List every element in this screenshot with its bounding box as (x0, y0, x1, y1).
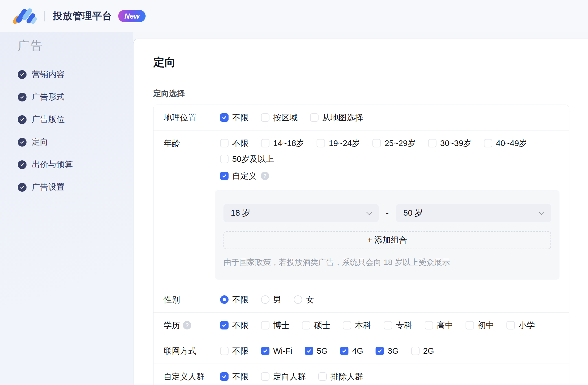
age-from-select[interactable]: 18 岁 (223, 204, 379, 222)
row-label-text: 性别 (164, 294, 180, 305)
checkbox-checked-icon[interactable] (305, 347, 313, 355)
checkbox-option[interactable]: 50岁及以上 (220, 153, 274, 165)
checkbox-option[interactable]: 从地图选择 (310, 112, 363, 123)
radio-option[interactable]: 不限 (220, 294, 249, 305)
option-label: 不限 (232, 112, 249, 123)
checkbox-option[interactable]: 自定义 (220, 170, 257, 182)
age-options: 不限14~18岁19~24岁25~29岁30~39岁40~49岁50岁及以上 (220, 138, 561, 165)
row-label-text: 学历 (164, 320, 180, 331)
checkbox-checked-icon[interactable] (220, 172, 229, 180)
checkbox-option[interactable]: 3G (376, 345, 399, 357)
check-circle-icon (18, 160, 27, 169)
checkbox-checked-icon[interactable] (220, 372, 229, 381)
option-label: 从地图选择 (322, 112, 363, 123)
checkbox-option[interactable]: 排除人群 (318, 371, 363, 382)
help-icon[interactable] (183, 321, 191, 329)
checkbox-unchecked-icon[interactable] (384, 321, 392, 329)
location-options: 不限按区域从地图选择 (220, 112, 363, 123)
checkbox-option[interactable]: 14~18岁 (261, 138, 304, 149)
add-combination-button[interactable]: + 添加组合 (223, 231, 551, 249)
sidebar-item-ad-settings[interactable]: 广告设置 (18, 182, 133, 193)
sidebar-item-label: 定向 (32, 136, 48, 148)
checkbox-option[interactable]: 按区域 (261, 112, 298, 123)
radio-unchecked-icon[interactable] (294, 295, 302, 304)
checkbox-option[interactable]: 初中 (466, 320, 494, 331)
option-label: 本科 (355, 320, 371, 331)
checkbox-option[interactable]: 不限 (220, 112, 249, 123)
checkbox-option[interactable]: 5G (305, 345, 328, 357)
sidebar-item-ad-placement[interactable]: 广告版位 (18, 114, 133, 125)
checkbox-checked-icon[interactable] (220, 321, 229, 329)
checkbox-unchecked-icon[interactable] (343, 321, 351, 329)
check-circle-icon (18, 70, 27, 79)
option-label: 小学 (519, 320, 535, 331)
checkbox-option[interactable]: 定向人群 (261, 371, 306, 382)
checkbox-option[interactable]: 30~39岁 (428, 138, 471, 149)
checkbox-checked-icon[interactable] (220, 113, 229, 122)
help-icon[interactable] (261, 172, 269, 180)
radio-checked-icon[interactable] (220, 295, 229, 304)
sidebar-item-marketing-content[interactable]: 营销内容 (18, 69, 133, 80)
option-label: 3G (388, 345, 399, 357)
checkbox-unchecked-icon[interactable] (261, 321, 269, 329)
checkbox-unchecked-icon[interactable] (317, 139, 325, 147)
checkbox-option[interactable]: 2G (411, 345, 434, 357)
row-label-text: 地理位置 (164, 112, 196, 123)
checkbox-unchecked-icon[interactable] (428, 139, 436, 147)
checkbox-unchecked-icon[interactable] (466, 321, 474, 329)
sidebar-item-targeting[interactable]: 定向 (18, 136, 133, 148)
age-to-select[interactable]: 50 岁 (396, 204, 551, 222)
check-circle-icon (18, 183, 27, 192)
checkbox-option[interactable]: 本科 (343, 320, 371, 331)
checkbox-checked-icon[interactable] (261, 347, 269, 355)
checkbox-unchecked-icon[interactable] (506, 321, 515, 329)
section-label: 定向选择 (153, 89, 576, 98)
checkbox-unchecked-icon[interactable] (261, 113, 269, 122)
checkbox-option[interactable]: 博士 (261, 320, 289, 331)
checkbox-option[interactable]: 4G (340, 345, 363, 357)
checkbox-unchecked-icon[interactable] (220, 347, 229, 355)
checkbox-unchecked-icon[interactable] (411, 347, 420, 355)
checkbox-option[interactable]: 硕士 (302, 320, 330, 331)
option-label: 自定义 (232, 170, 257, 182)
checkbox-option[interactable]: 不限 (220, 345, 249, 357)
option-label: 不限 (232, 371, 249, 382)
checkbox-unchecked-icon[interactable] (372, 139, 381, 147)
sidebar-item-label: 广告形式 (32, 91, 65, 103)
checkbox-option[interactable]: Wi-Fi (261, 345, 292, 357)
checkbox-option[interactable]: 小学 (506, 320, 535, 331)
option-label: 定向人群 (273, 371, 306, 382)
sidebar-item-ad-format[interactable]: 广告形式 (18, 91, 133, 103)
checkbox-unchecked-icon[interactable] (261, 372, 269, 381)
option-label: 4G (352, 345, 363, 357)
chevron-down-icon (539, 209, 545, 215)
checkbox-unchecked-icon[interactable] (425, 321, 433, 329)
checkbox-unchecked-icon[interactable] (318, 372, 327, 381)
radio-option[interactable]: 男 (261, 294, 281, 305)
checkbox-option[interactable]: 25~29岁 (372, 138, 416, 149)
checkbox-option[interactable]: 不限 (220, 320, 249, 331)
checkbox-unchecked-icon[interactable] (302, 321, 310, 329)
option-label: 不限 (232, 138, 249, 149)
checkbox-option[interactable]: 40~49岁 (484, 138, 527, 149)
checkbox-checked-icon[interactable] (376, 347, 384, 355)
radio-unchecked-icon[interactable] (261, 295, 269, 304)
checkbox-unchecked-icon[interactable] (261, 139, 269, 147)
checkbox-option[interactable]: 专科 (384, 320, 412, 331)
checkbox-option[interactable]: 不限 (220, 371, 249, 382)
checkbox-unchecked-icon[interactable] (310, 113, 319, 122)
row-label: 自定义人群 (164, 371, 220, 385)
option-label: 2G (423, 345, 434, 357)
checkbox-unchecked-icon[interactable] (484, 139, 492, 147)
checkbox-option[interactable]: 不限 (220, 138, 249, 149)
checkbox-option[interactable]: 19~24岁 (317, 138, 360, 149)
checkbox-unchecked-icon[interactable] (220, 155, 229, 163)
option-label: 硕士 (314, 320, 330, 331)
checkbox-option[interactable]: 高中 (425, 320, 453, 331)
sidebar-item-bid-budget[interactable]: 出价与预算 (18, 159, 133, 170)
option-label: 博士 (273, 320, 289, 331)
checkbox-unchecked-icon[interactable] (220, 139, 229, 147)
app-header: 投放管理平台 New (0, 0, 588, 32)
radio-option[interactable]: 女 (294, 294, 314, 305)
checkbox-checked-icon[interactable] (340, 347, 348, 355)
